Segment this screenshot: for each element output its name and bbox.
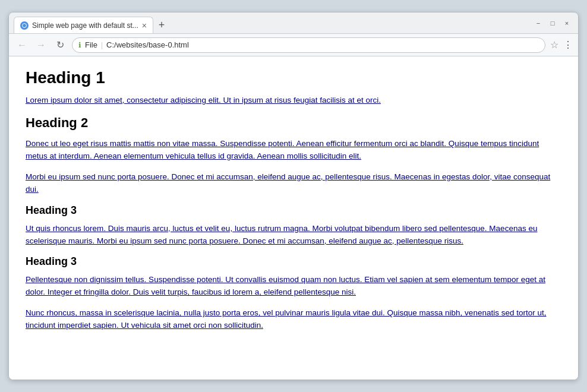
close-button[interactable]: × [563, 19, 571, 27]
bookmark-button[interactable]: ☆ [550, 39, 558, 50]
forward-button[interactable]: → [34, 40, 48, 50]
heading-1: Heading 1 [26, 68, 561, 87]
new-tab-button[interactable]: + [153, 17, 170, 33]
paragraph-1: Lorem ipsum dolor sit amet, consectetur … [26, 94, 561, 107]
browser-window: Simple web page with default st... × + −… [8, 12, 579, 380]
section-h3a: Heading 3 Ut quis rhoncus lorem. Duis ma… [26, 204, 561, 248]
section-h2: Heading 2 Donec ut leo eget risus mattis… [26, 115, 561, 196]
paragraph-6: Nunc rhoncus, massa in scelerisque lacin… [26, 307, 561, 332]
tab-area: Simple web page with default st... × + [9, 12, 527, 33]
tab-favicon [20, 21, 29, 30]
paragraph-3: Morbi eu ipsum sed nunc porta posuere. D… [26, 171, 561, 196]
page-content: Heading 1 Lorem ipsum dolor sit amet, co… [9, 56, 578, 380]
paragraph-5: Pellentesque non dignissim tellus. Suspe… [26, 274, 561, 299]
title-bar: Simple web page with default st... × + −… [9, 12, 578, 34]
paragraph-2: Donec ut leo eget risus mattis mattis no… [26, 138, 561, 163]
back-button[interactable]: ← [15, 40, 29, 50]
minimize-button[interactable]: − [534, 19, 542, 27]
reload-button[interactable]: ↻ [53, 39, 67, 50]
tab-title: Simple web page with default st... [32, 21, 138, 30]
section-h1: Heading 1 Lorem ipsum dolor sit amet, co… [26, 68, 561, 107]
secure-icon: ℹ [78, 41, 81, 49]
url-separator: | [101, 41, 103, 49]
section-h3b: Heading 3 Pellentesque non dignissim tel… [26, 255, 561, 332]
active-tab[interactable]: Simple web page with default st... × [14, 17, 153, 33]
window-controls: − □ × [527, 12, 578, 33]
url-path: C:/websites/base-0.html [106, 40, 189, 49]
paragraph-4: Ut quis rhoncus lorem. Duis mauris arcu,… [26, 223, 561, 248]
url-bar[interactable]: ℹ File | C:/websites/base-0.html [72, 37, 545, 53]
tab-close-button[interactable]: × [142, 21, 147, 30]
heading-2: Heading 2 [26, 115, 561, 131]
more-options-button[interactable]: ⋮ [563, 39, 572, 50]
heading-3b: Heading 3 [26, 255, 561, 268]
restore-button[interactable]: □ [548, 19, 557, 27]
heading-3a: Heading 3 [26, 204, 561, 217]
address-bar: ← → ↻ ℹ File | C:/websites/base-0.html ☆… [9, 34, 578, 56]
url-protocol: File [85, 40, 97, 49]
